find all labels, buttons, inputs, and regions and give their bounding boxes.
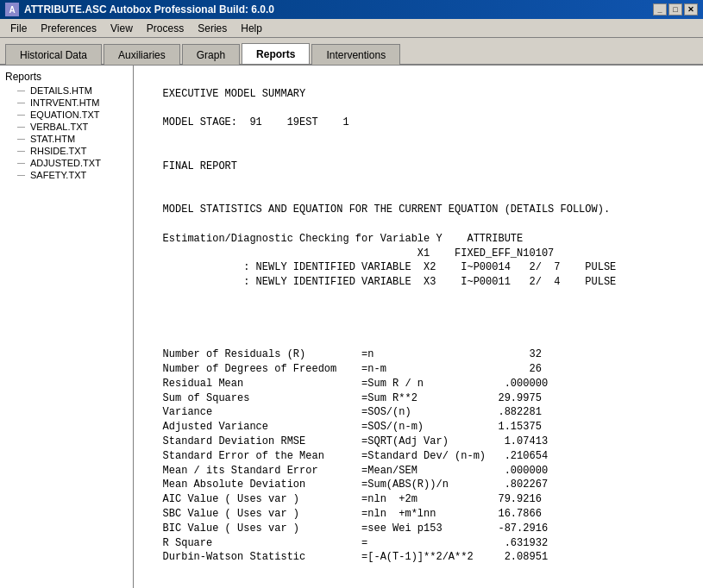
- content-line: [144, 319, 693, 334]
- content-line: [144, 217, 693, 232]
- minimize-button[interactable]: _: [653, 3, 667, 16]
- content-line: [144, 102, 693, 116]
- content-line: MODEL STATISTICS AND EQUATION FOR THE CU…: [144, 203, 693, 217]
- maximize-button[interactable]: □: [668, 3, 682, 16]
- content-line: [144, 333, 693, 347]
- content-line: [144, 304, 693, 319]
- menu-file[interactable]: File: [3, 21, 34, 36]
- menu-preferences[interactable]: Preferences: [34, 21, 104, 36]
- sidebar-item-adjusted[interactable]: ADJUSTED.TXT: [0, 157, 133, 169]
- title-bar: A ATTRIBUTE.ASC Autobox Professional Bui…: [0, 0, 703, 19]
- sidebar-item-details[interactable]: DETAILS.HTM: [0, 84, 133, 97]
- tab-graph[interactable]: Graph: [182, 44, 240, 65]
- content-line: : NEWLY IDENTIFIED VARIABLE X3 I~P00011 …: [144, 275, 693, 290]
- content-line: [144, 188, 693, 203]
- sidebar-item-verbal[interactable]: VERBAL.TXT: [0, 121, 133, 133]
- menu-process[interactable]: Process: [140, 21, 191, 36]
- content-line: FINAL REPORT: [144, 160, 693, 174]
- content-line: Number of Residuals (R) =n 32: [144, 347, 693, 362]
- sidebar: Reports DETAILS.HTM INTRVENT.HTM EQUATIO…: [0, 66, 134, 588]
- content-line: Sum of Squares =Sum R**2 29.9975: [144, 391, 693, 406]
- content-line: Standard Error of the Mean =Standard Dev…: [144, 449, 693, 464]
- content-line: Mean / its Standard Error =Mean/SEM .000…: [144, 464, 693, 479]
- main-area: Reports DETAILS.HTM INTRVENT.HTM EQUATIO…: [0, 66, 703, 588]
- tab-interventions[interactable]: Interventions: [311, 44, 400, 65]
- content-line: [144, 145, 693, 160]
- content-line: MODEL STAGE: 91 19EST 1: [144, 116, 693, 130]
- close-button[interactable]: ✕: [684, 3, 698, 16]
- content-line: Mean Absolute Deviation =Sum(ABS(R))/n .…: [144, 478, 693, 492]
- menu-series[interactable]: Series: [191, 21, 234, 36]
- content-line: : NEWLY IDENTIFIED VARIABLE X2 I~P00014 …: [144, 260, 693, 275]
- title-bar-controls: _ □ ✕: [653, 3, 698, 16]
- tab-bar: Historical Data Auxiliaries Graph Report…: [0, 38, 703, 66]
- app-icon: A: [5, 3, 19, 16]
- content-line: Durbin-Watson Statistic =[-A(T-1)]**2/A*…: [144, 550, 693, 565]
- menu-bar: File Preferences View Process Series Hel…: [0, 19, 703, 38]
- content-line: [144, 174, 693, 189]
- content-line: [144, 290, 693, 304]
- content-line: X1 FIXED_EFF_N10107: [144, 247, 693, 261]
- menu-help[interactable]: Help: [234, 21, 269, 36]
- sidebar-item-stat[interactable]: STAT.HTM: [0, 133, 133, 145]
- content-line: Adjusted Variance =SOS/(n-m) 1.15375: [144, 420, 693, 435]
- tab-auxiliaries[interactable]: Auxiliaries: [104, 44, 180, 65]
- content-line: EXECUTIVE MODEL SUMMARY: [144, 87, 693, 102]
- content-line: Number of Degrees of Freedom =n-m 26: [144, 362, 693, 377]
- content-line: [144, 72, 693, 87]
- content-line: SBC Value ( Uses var ) =nln +m*lnn 16.78…: [144, 507, 693, 522]
- content-area: EXECUTIVE MODEL SUMMARY MODEL STAGE: 91 …: [134, 66, 703, 588]
- title-text: ATTRIBUTE.ASC Autobox Professional Build…: [24, 3, 274, 16]
- content-line: Residual Mean =Sum R / n .000000: [144, 377, 693, 391]
- content-line: AIC Value ( Uses var ) =nln +2m 79.9216: [144, 492, 693, 507]
- content-line: R Square = .631932: [144, 536, 693, 551]
- content-line: Variance =SOS/(n) .882281: [144, 405, 693, 420]
- sidebar-item-equation[interactable]: EQUATION.TXT: [0, 109, 133, 121]
- tab-reports[interactable]: Reports: [242, 43, 310, 64]
- sidebar-item-safety[interactable]: SAFETY.TXT: [0, 169, 133, 181]
- content-line: BIC Value ( Uses var ) =see Wei p153 -87…: [144, 522, 693, 536]
- sidebar-item-rhside[interactable]: RHSIDE.TXT: [0, 145, 133, 157]
- tab-historical[interactable]: Historical Data: [5, 44, 102, 65]
- content-line: [144, 130, 693, 145]
- sidebar-item-intrvent[interactable]: INTRVENT.HTM: [0, 97, 133, 109]
- menu-view[interactable]: View: [104, 21, 140, 36]
- content-line: Standard Deviation RMSE =SQRT(Adj Var) 1…: [144, 435, 693, 449]
- sidebar-header: Reports: [0, 69, 133, 84]
- content-line: Estimation/Diagnostic Checking for Varia…: [144, 232, 693, 247]
